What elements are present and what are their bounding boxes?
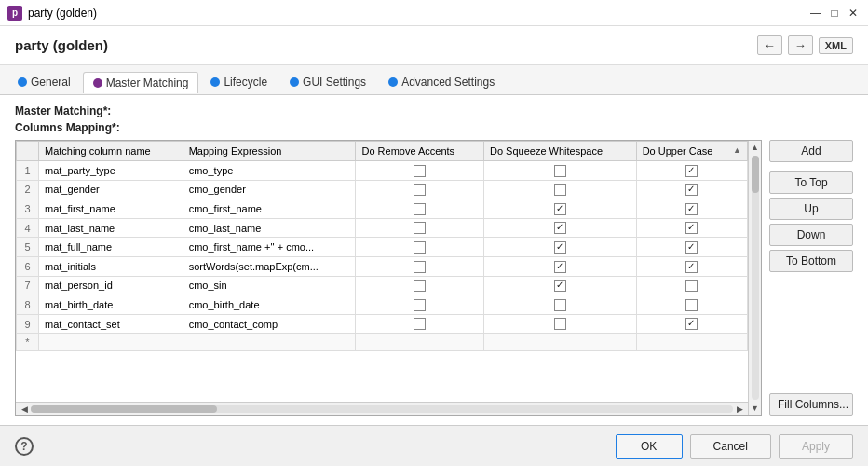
table-row[interactable]: 2mat_gendercmo_gender bbox=[17, 180, 748, 199]
remove-accents-cell[interactable] bbox=[356, 238, 484, 257]
forward-button[interactable]: → bbox=[788, 35, 813, 55]
squeeze-ws-checkbox[interactable] bbox=[554, 203, 566, 215]
table-row[interactable]: 8mat_birth_datecmo_birth_date bbox=[17, 295, 748, 315]
upper-case-cell[interactable] bbox=[636, 218, 747, 238]
to-top-button[interactable]: To Top bbox=[769, 171, 853, 194]
cancel-button[interactable]: Cancel bbox=[690, 434, 771, 459]
upper-case-cell[interactable] bbox=[636, 161, 747, 181]
maximize-button[interactable]: □ bbox=[827, 6, 842, 21]
table-row[interactable]: 5mat_full_namecmo_first_name +'' + cmo..… bbox=[17, 238, 748, 257]
remove-accents-checkbox[interactable] bbox=[414, 261, 426, 273]
remove-accents-checkbox[interactable] bbox=[414, 184, 426, 196]
remove-accents-cell[interactable] bbox=[356, 218, 484, 238]
squeeze-ws-cell[interactable] bbox=[483, 218, 636, 238]
vscroll-thumb[interactable] bbox=[752, 156, 759, 193]
upper-case-checkbox[interactable] bbox=[685, 261, 698, 273]
ok-button[interactable]: OK bbox=[616, 434, 683, 459]
remove-accents-cell[interactable] bbox=[356, 276, 484, 295]
remove-accents-checkbox[interactable] bbox=[414, 165, 426, 177]
upper-case-cell[interactable] bbox=[636, 199, 747, 219]
table-scroll[interactable]: Matching column name Mapping Expression … bbox=[16, 141, 748, 402]
remove-accents-cell[interactable] bbox=[356, 180, 484, 199]
remove-accents-checkbox[interactable] bbox=[414, 241, 426, 254]
squeeze-ws-cell[interactable] bbox=[483, 295, 636, 315]
add-button[interactable]: Add bbox=[769, 140, 853, 162]
remove-accents-cell[interactable] bbox=[356, 199, 484, 219]
squeeze-ws-checkbox[interactable] bbox=[554, 280, 566, 292]
squeeze-ws-checkbox[interactable] bbox=[554, 241, 566, 254]
squeeze-ws-checkbox[interactable] bbox=[554, 222, 566, 234]
remove-accents-cell[interactable] bbox=[356, 161, 484, 181]
xml-button[interactable]: XML bbox=[819, 37, 853, 54]
tab-advanced-settings[interactable]: Advanced Settings bbox=[378, 71, 505, 92]
squeeze-ws-cell[interactable] bbox=[483, 161, 636, 181]
upper-case-cell[interactable] bbox=[636, 180, 747, 199]
squeeze-ws-checkbox[interactable] bbox=[554, 165, 566, 177]
squeeze-ws-cell[interactable] bbox=[483, 276, 636, 295]
upper-case-cell[interactable] bbox=[636, 256, 747, 276]
remove-accents-checkbox[interactable] bbox=[414, 280, 426, 292]
tab-general[interactable]: General bbox=[7, 71, 81, 92]
remove-accents-checkbox[interactable] bbox=[414, 299, 426, 311]
table-row[interactable]: 4mat_last_namecmo_last_name bbox=[17, 218, 748, 238]
upper-case-cell[interactable] bbox=[636, 295, 747, 315]
squeeze-ws-cell[interactable] bbox=[483, 199, 636, 219]
upper-case-checkbox[interactable] bbox=[685, 184, 698, 196]
fill-columns-button[interactable]: Fill Columns... bbox=[769, 393, 853, 416]
up-button[interactable]: Up bbox=[769, 198, 853, 220]
minimize-button[interactable]: — bbox=[808, 6, 823, 21]
squeeze-ws-cell[interactable] bbox=[483, 314, 636, 334]
table-row[interactable]: 3mat_first_namecmo_first_name bbox=[17, 199, 748, 219]
col-header-expr[interactable]: Mapping Expression bbox=[183, 142, 356, 161]
title-bar-controls: — □ ✕ bbox=[808, 6, 861, 21]
upper-case-cell[interactable] bbox=[636, 238, 747, 257]
hscroll-right-arrow[interactable]: ▶ bbox=[733, 403, 746, 416]
close-button[interactable]: ✕ bbox=[846, 6, 861, 21]
squeeze-ws-checkbox[interactable] bbox=[554, 299, 566, 311]
col-header-uppercase[interactable]: Do Upper Case ▲ bbox=[636, 142, 747, 161]
upper-case-checkbox[interactable] bbox=[685, 203, 698, 215]
tab-lifecycle[interactable]: Lifecycle bbox=[200, 71, 278, 92]
table-row[interactable]: 9mat_contact_setcmo_contact_comp bbox=[17, 314, 748, 334]
vscroll-down-arrow[interactable]: ▼ bbox=[749, 402, 762, 415]
vertical-scrollbar[interactable]: ▲ ▼ bbox=[748, 141, 761, 415]
horizontal-scrollbar[interactable]: ◀ ▶ bbox=[16, 402, 748, 415]
table-row[interactable]: 6mat_initialssortWords(set.mapExp(cm... bbox=[17, 256, 748, 276]
remove-accents-checkbox[interactable] bbox=[414, 203, 426, 215]
squeeze-ws-checkbox[interactable] bbox=[554, 318, 566, 330]
hscroll-left-arrow[interactable]: ◀ bbox=[18, 403, 31, 416]
down-button[interactable]: Down bbox=[769, 224, 853, 246]
remove-accents-cell[interactable] bbox=[356, 314, 484, 334]
upper-case-cell[interactable] bbox=[636, 314, 747, 334]
vscroll-up-arrow[interactable]: ▲ bbox=[749, 141, 762, 154]
squeeze-ws-checkbox[interactable] bbox=[554, 184, 566, 196]
upper-case-checkbox[interactable] bbox=[685, 280, 698, 292]
squeeze-ws-cell[interactable] bbox=[483, 180, 636, 199]
col-header-name[interactable]: Matching column name bbox=[39, 142, 183, 161]
col-header-accents[interactable]: Do Remove Accents bbox=[356, 142, 484, 161]
remove-accents-checkbox[interactable] bbox=[414, 318, 426, 330]
upper-case-cell[interactable] bbox=[636, 276, 747, 295]
squeeze-ws-cell[interactable] bbox=[483, 256, 636, 276]
back-button[interactable]: ← bbox=[757, 35, 782, 55]
remove-accents-cell[interactable] bbox=[356, 256, 484, 276]
tab-gui-settings[interactable]: GUI Settings bbox=[279, 71, 376, 92]
tab-master-matching[interactable]: Master Matching bbox=[83, 72, 199, 93]
upper-case-checkbox[interactable] bbox=[685, 165, 698, 177]
squeeze-ws-cell[interactable] bbox=[483, 238, 636, 257]
squeeze-ws-checkbox[interactable] bbox=[554, 261, 566, 273]
col-header-whitespace[interactable]: Do Squeeze Whitespace bbox=[483, 142, 636, 161]
remove-accents-cell[interactable] bbox=[356, 295, 484, 315]
hscroll-thumb[interactable] bbox=[31, 405, 217, 413]
upper-case-checkbox[interactable] bbox=[685, 222, 698, 234]
table-row[interactable]: 1mat_party_typecmo_type bbox=[17, 161, 748, 181]
remove-accents-checkbox[interactable] bbox=[414, 222, 426, 234]
help-button[interactable]: ? bbox=[15, 437, 34, 456]
upper-case-checkbox[interactable] bbox=[685, 299, 698, 311]
apply-button[interactable]: Apply bbox=[779, 434, 853, 459]
upper-case-checkbox[interactable] bbox=[685, 241, 698, 254]
upper-case-checkbox[interactable] bbox=[685, 318, 698, 330]
table-row[interactable]: 7mat_person_idcmo_sin bbox=[17, 276, 748, 295]
to-bottom-button[interactable]: To Bottom bbox=[769, 250, 853, 272]
new-row[interactable]: * bbox=[17, 334, 748, 351]
